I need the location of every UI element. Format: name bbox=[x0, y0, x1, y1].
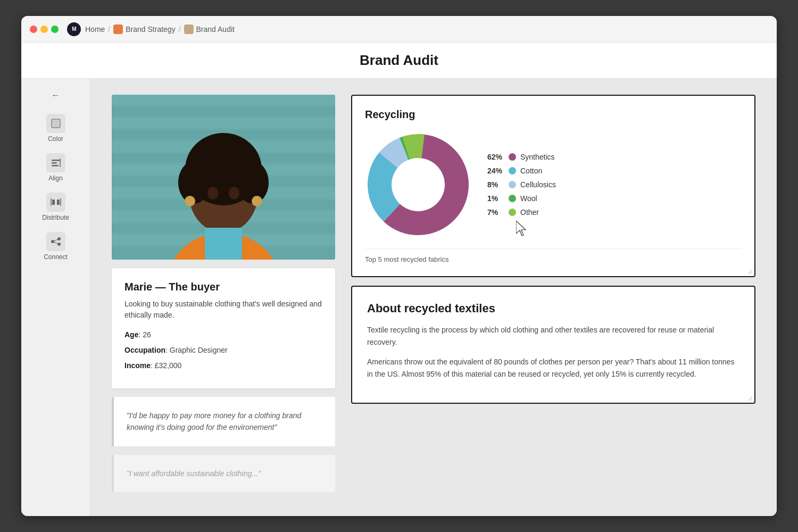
close-button[interactable] bbox=[30, 26, 37, 33]
chart-legend: 62% Synthetics 24% Cotton 8% Cellulosics… bbox=[487, 153, 556, 217]
sidebar-distribute-label: Distribute bbox=[42, 214, 69, 221]
quote-card-2: "I want affordable sustainable clothing.… bbox=[112, 455, 335, 492]
content-area: Marie — The buyer Looking to buy sustain… bbox=[90, 79, 777, 516]
page-title-bar: Brand Audit bbox=[21, 43, 777, 79]
svg-rect-39 bbox=[205, 228, 242, 260]
svg-rect-3 bbox=[52, 165, 59, 167]
svg-point-37 bbox=[185, 196, 195, 206]
sidebar: ← Color Align bbox=[21, 79, 90, 516]
breadcrumb-brand-strategy[interactable]: Brand Strategy bbox=[113, 24, 175, 34]
svg-marker-44 bbox=[516, 221, 526, 236]
persona-image bbox=[112, 95, 335, 260]
about-para-1: Textile recycling is the process by whic… bbox=[367, 324, 739, 348]
about-resize-handle[interactable] bbox=[746, 394, 752, 401]
sidebar-connect-label: Connect bbox=[44, 253, 68, 261]
svg-rect-16 bbox=[112, 106, 335, 116]
about-para-2: Americans throw out the equivalent of 80… bbox=[367, 356, 739, 380]
chart-title: Recycling bbox=[365, 109, 742, 121]
svg-line-43 bbox=[750, 398, 752, 401]
svg-rect-0 bbox=[52, 119, 60, 128]
persona-description: Looking to buy sustainable clothing that… bbox=[124, 298, 322, 321]
legend-dot bbox=[509, 153, 516, 161]
breadcrumb-brand-audit[interactable]: Brand Audit bbox=[184, 24, 235, 34]
svg-point-9 bbox=[51, 240, 54, 243]
svg-line-12 bbox=[54, 239, 57, 241]
left-column: Marie — The buyer Looking to buy sustain… bbox=[112, 95, 335, 500]
quote-text: "I'd be happy to pay more money for a cl… bbox=[127, 410, 322, 434]
sidebar-item-color[interactable]: Color bbox=[32, 110, 80, 147]
home-icon: M bbox=[67, 22, 81, 36]
sidebar-align-label: Align bbox=[48, 174, 63, 182]
right-column: Recycling 62% Synthetics 24% Cotton 8% bbox=[351, 95, 755, 500]
connect-icon bbox=[46, 232, 65, 251]
main-area: ← Color Align bbox=[21, 79, 777, 516]
donut-chart bbox=[365, 131, 471, 238]
legend-dot bbox=[509, 181, 516, 188]
svg-point-11 bbox=[57, 243, 61, 246]
align-icon bbox=[46, 153, 65, 172]
about-title: About recycled textiles bbox=[367, 302, 739, 315]
persona-age: Age: 26 bbox=[124, 329, 322, 340]
traffic-lights bbox=[30, 26, 59, 33]
recycling-chart-card: Recycling 62% Synthetics 24% Cotton 8% bbox=[351, 95, 755, 277]
legend-dot bbox=[509, 167, 516, 174]
color-icon bbox=[46, 114, 65, 133]
chart-footer: Top 5 most recycled fabrics bbox=[365, 248, 742, 263]
svg-line-13 bbox=[54, 242, 57, 244]
sidebar-item-connect[interactable]: Connect bbox=[32, 228, 80, 265]
back-button[interactable]: ← bbox=[45, 87, 66, 103]
sidebar-item-distribute[interactable]: Distribute bbox=[32, 188, 80, 226]
minimize-button[interactable] bbox=[40, 26, 48, 33]
svg-line-40 bbox=[748, 270, 752, 274]
chart-area: 62% Synthetics 24% Cotton 8% Cellulosics… bbox=[365, 131, 742, 238]
svg-point-36 bbox=[229, 187, 239, 200]
persona-name: Marie — The buyer bbox=[124, 281, 322, 293]
svg-rect-2 bbox=[52, 162, 57, 164]
breadcrumb-home[interactable]: Home bbox=[85, 25, 105, 34]
svg-line-41 bbox=[750, 272, 752, 274]
distribute-icon bbox=[46, 193, 65, 212]
persona-income: Income: £32,000 bbox=[124, 360, 322, 371]
legend-item: 62% Synthetics bbox=[487, 153, 556, 161]
legend-item: 7% Other bbox=[487, 208, 556, 217]
sidebar-item-align[interactable]: Align bbox=[32, 149, 80, 186]
legend-item: 24% Cotton bbox=[487, 167, 556, 175]
quote-card: "I'd be happy to pay more money for a cl… bbox=[112, 397, 335, 446]
svg-point-10 bbox=[57, 237, 61, 240]
svg-rect-5 bbox=[52, 200, 55, 205]
breadcrumb-sep-1: / bbox=[108, 25, 110, 34]
svg-line-42 bbox=[748, 396, 752, 401]
sidebar-color-label: Color bbox=[48, 135, 63, 143]
legend-item: 8% Cellulosics bbox=[487, 180, 556, 189]
titlebar: M Home / Brand Strategy / Brand Audit bbox=[21, 16, 777, 43]
brand-audit-icon bbox=[184, 24, 194, 34]
svg-point-34 bbox=[237, 161, 269, 204]
quote-text-2: "I want affordable sustainable clothing.… bbox=[127, 468, 322, 479]
maximize-button[interactable] bbox=[51, 26, 59, 33]
about-card: About recycled textiles Textile recyclin… bbox=[351, 286, 755, 404]
page-title: Brand Audit bbox=[32, 52, 766, 69]
svg-rect-6 bbox=[57, 200, 60, 205]
legend-item: 1% Wool bbox=[487, 194, 556, 203]
svg-rect-15 bbox=[112, 95, 335, 104]
svg-rect-1 bbox=[52, 160, 60, 161]
cursor-icon bbox=[516, 221, 529, 238]
persona-card: Marie — The buyer Looking to buy sustain… bbox=[112, 268, 335, 388]
legend-dot bbox=[509, 209, 516, 216]
brand-strategy-icon bbox=[113, 24, 123, 34]
svg-point-33 bbox=[178, 161, 210, 204]
breadcrumb: M Home / Brand Strategy / Brand Audit bbox=[67, 22, 235, 36]
legend-dot bbox=[509, 195, 516, 202]
breadcrumb-sep-2: / bbox=[179, 25, 181, 34]
persona-occupation: Occupation: Graphic Designer bbox=[124, 345, 322, 356]
svg-rect-17 bbox=[112, 118, 335, 128]
svg-point-35 bbox=[207, 187, 218, 200]
svg-point-38 bbox=[252, 196, 262, 206]
resize-handle[interactable] bbox=[746, 268, 752, 274]
